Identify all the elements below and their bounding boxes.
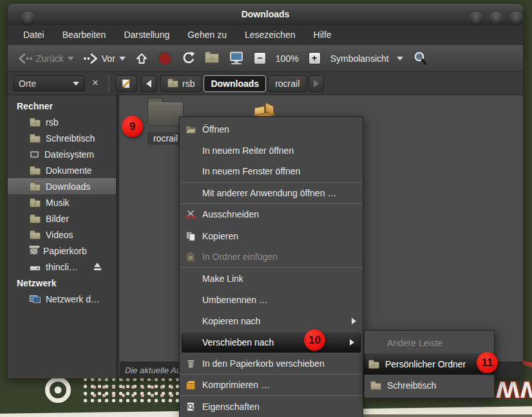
search-icon[interactable] — [413, 51, 428, 66]
paste-icon — [184, 251, 198, 263]
breadcrumb-home[interactable]: ⌂ rsb — [160, 75, 202, 92]
breadcrumb-child[interactable]: rocrail — [268, 75, 307, 92]
sidebar-item-musik[interactable]: ♪ Musik — [8, 194, 116, 210]
sidebar-item-downloads[interactable]: ↓ Downloads — [8, 178, 116, 194]
move-to-submenu: Andere Leiste ⌂ Persönlicher Ordner Schr… — [364, 330, 495, 398]
menu-item-andere-anwendung[interactable]: Mit anderer Anwendung öffnen … — [180, 183, 363, 204]
crumbs-scroll-right-button[interactable] — [309, 75, 324, 92]
minimize-button[interactable] — [470, 12, 482, 25]
eject-icon[interactable] — [93, 263, 102, 270]
sidebar-item-dateisystem[interactable]: Dateisystem — [8, 146, 116, 162]
submenu-arrow-icon — [350, 339, 354, 346]
zoom-out-button[interactable]: − — [254, 52, 266, 64]
music-folder-icon: ♪ — [30, 200, 41, 207]
maximize-button[interactable] — [489, 12, 502, 25]
annotation-badge-11: 11 — [477, 352, 498, 373]
wallpaper-dark-band — [361, 414, 532, 417]
archive-icon — [184, 379, 198, 391]
forward-arrow-icon — [84, 53, 98, 64]
submenu-item-schreibtisch[interactable]: Schreibtisch — [365, 375, 494, 396]
menu-darstellung[interactable]: Darstellung — [124, 30, 169, 40]
back-button[interactable]: Zurück — [18, 53, 74, 64]
view-mode-selector[interactable]: Symbolansicht — [330, 53, 403, 64]
sidebar-item-thinclient-drive[interactable]: thincli… — [8, 259, 116, 275]
edit-location-button[interactable] — [115, 75, 137, 92]
drive-icon — [30, 266, 41, 271]
menu-bearbeiten[interactable]: Bearbeiten — [62, 30, 106, 40]
pencil-icon — [120, 78, 132, 89]
menu-item-papierkorb-verschieben[interactable]: In den Papierkorb verschieben — [180, 353, 363, 375]
documents-folder-icon — [30, 168, 41, 175]
menu-item-kopieren[interactable]: Kopieren — [180, 225, 363, 246]
home-icon[interactable]: ⌂ — [205, 53, 219, 63]
sidebar-item-schreibtisch[interactable]: Schreibtisch — [8, 130, 116, 146]
menu-item-make-link[interactable]: Make Link — [180, 268, 363, 289]
zoom-level: 100% — [276, 53, 299, 64]
sidebar: Rechner ⌂ rsb Schreibtisch Dateisystem D… — [8, 95, 116, 378]
sidebar-item-videos[interactable]: Videos — [8, 227, 116, 243]
menu-lesezeichen[interactable]: Lesezeichen — [245, 30, 296, 40]
left-triangle-icon — [146, 80, 151, 88]
home-folder-icon: ⌂ — [167, 80, 178, 88]
computer-icon[interactable] — [229, 51, 244, 65]
right-triangle-icon — [314, 80, 319, 88]
open-folder-icon — [184, 124, 198, 135]
pictures-folder-icon — [30, 216, 41, 223]
zoom-in-button[interactable]: + — [309, 52, 321, 64]
menu-item-ausschneiden[interactable]: Ausschneiden — [180, 204, 363, 225]
downloads-folder-icon: ↓ — [30, 184, 41, 191]
archive-file-icon[interactable] — [253, 102, 276, 117]
sidebar-item-papierkorb[interactable]: Papierkorb — [8, 243, 116, 259]
network-icon — [30, 295, 41, 303]
menu-item-eigenschaften[interactable]: Eigenschaften — [180, 396, 363, 417]
scissors-icon — [184, 208, 198, 220]
menu-item-neues-fenster[interactable]: In neuem Fenster öffnen — [180, 161, 363, 182]
crumbs-scroll-left-button[interactable] — [141, 75, 157, 92]
forward-button[interactable]: Vor — [84, 53, 126, 64]
stop-icon[interactable] — [158, 51, 172, 66]
menu-item-verschieben-nach[interactable]: Verschieben nach — [182, 332, 361, 353]
annotation-badge-10: 10 — [304, 329, 325, 351]
home-folder-icon: ⌂ — [366, 358, 381, 370]
close-button[interactable] — [509, 12, 522, 25]
menu-item-kopieren-nach[interactable]: Kopieren nach — [180, 311, 363, 332]
menu-item-oeffnen[interactable]: Öffnen — [180, 118, 363, 140]
view-mode-dropdown-icon — [397, 57, 403, 60]
breadcrumb-home-label: rsb — [182, 79, 195, 89]
forward-dropdown-icon[interactable] — [119, 57, 126, 60]
sidebar-item-dokumente[interactable]: Dokumente — [8, 162, 116, 178]
close-sidebar-button[interactable]: × — [88, 77, 102, 91]
sidebar-item-rsb[interactable]: ⌂ rsb — [8, 114, 116, 130]
menu-item-neuer-reiter[interactable]: In neuem Reiter öffnen — [180, 140, 363, 161]
desktop-folder-icon — [30, 136, 41, 143]
breadcrumb-child-label: rocrail — [275, 79, 299, 89]
places-label: Orte — [19, 79, 36, 89]
menu-item-komprimieren[interactable]: Komprimieren … — [180, 375, 363, 396]
refresh-icon[interactable] — [182, 51, 195, 65]
menu-hilfe[interactable]: Hilfe — [314, 30, 332, 40]
sidebar-item-bilder[interactable]: Bilder — [8, 210, 116, 227]
menu-item-einfuegen: In Ordner einfügen — [180, 246, 363, 268]
sidebar-header-netzwerk: Netzwerk — [8, 275, 116, 291]
menu-gehen-zu[interactable]: Gehen zu — [187, 30, 227, 40]
back-dropdown-icon[interactable] — [68, 57, 74, 60]
folder-icon — [147, 102, 184, 126]
wallpaper-dot-pattern-pink — [86, 380, 180, 400]
filesystem-icon — [30, 151, 39, 158]
trash-icon — [184, 358, 198, 369]
breadcrumb-current[interactable]: Downloads — [204, 75, 266, 92]
videos-folder-icon — [30, 232, 41, 239]
titlebar[interactable]: Downloads — [8, 4, 523, 24]
sidebar-item-netzwerk[interactable]: Netzwerk d… — [8, 291, 116, 307]
toolbar-handle[interactable] — [108, 76, 109, 91]
desktop-folder-icon — [368, 380, 383, 391]
toolbar: Zurück Vor ⌂ − 100% + — [8, 45, 523, 72]
file-label: rocrail — [147, 132, 184, 145]
submenu-item-persoenlicher-ordner[interactable]: ⌂ Persönlicher Ordner — [365, 353, 494, 375]
menu-datei[interactable]: Datei — [23, 30, 44, 40]
annotation-badge-9: 9 — [122, 116, 143, 137]
menu-item-umbenennen[interactable]: Umbenennen … — [180, 290, 363, 311]
places-combo[interactable]: Orte — [13, 75, 85, 91]
up-icon[interactable] — [135, 53, 148, 64]
forward-label: Vor — [102, 53, 115, 64]
